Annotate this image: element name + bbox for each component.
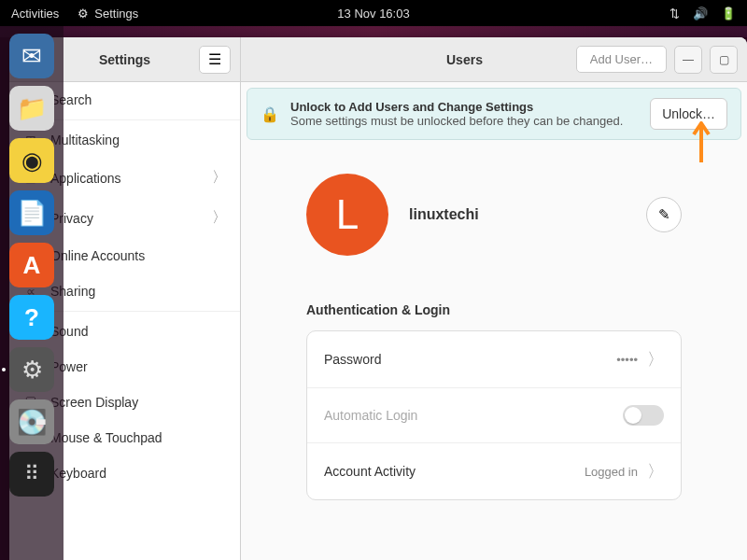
app-menu[interactable]: ⚙ Settings [78,7,138,21]
activity-value: Logged in [585,465,638,479]
top-menu-bar: Activities ⚙ Settings 13 Nov 16:03 ⇅ 🔊 🔋 [0,0,747,26]
sidebar-item-label: Online Accounts [50,248,145,263]
chevron-right-icon: 〉 [647,460,664,483]
activities-button[interactable]: Activities [11,7,59,21]
clock[interactable]: 13 Nov 16:03 [337,7,409,21]
account-activity-row[interactable]: Account Activity Logged in 〉 [307,443,681,499]
hamburger-menu-button[interactable]: ☰ [199,46,231,74]
dock-software[interactable]: A [9,243,54,287]
activity-label: Account Activity [324,464,585,479]
lock-icon: 🔒 [261,105,279,123]
avatar[interactable]: L [306,174,388,256]
chevron-right-icon: 〉 [212,168,227,188]
main-panel: 🔒 Unlock to Add Users and Change Setting… [241,82,747,560]
window-title-left: Settings [50,52,199,67]
automatic-login-row: Automatic Login [307,388,681,443]
infobar-subtitle: Some settings must be unlocked before th… [290,114,639,128]
dock-disks[interactable]: 💽 [9,399,54,444]
sidebar-item-label: Mouse & Touchpad [50,430,162,445]
auth-list: Password ••••• 〉 Automatic Login Account… [306,330,682,500]
dock-thunderbird[interactable]: ✉ [9,34,54,78]
dock: ✉ 📁 ◉ 📄 A ? ⚙ 💽 ⠿ [0,26,63,560]
gear-icon: ⚙ [78,7,89,21]
infobar-title: Unlock to Add Users and Change Settings [290,100,639,114]
window-title-right: Users [446,52,483,67]
dock-settings[interactable]: ⚙ [9,347,54,392]
network-icon[interactable]: ⇅ [669,7,680,21]
minimize-button[interactable]: — [674,46,702,74]
user-header: L linuxtechi ✎ [306,174,682,256]
battery-icon[interactable]: 🔋 [721,7,736,21]
dock-help[interactable]: ? [9,295,54,340]
app-menu-label: Settings [94,7,138,21]
auto-login-label: Automatic Login [324,408,623,423]
edit-user-button[interactable]: ✎ [646,197,682,232]
user-name: linuxtechi [409,206,479,223]
password-value: ••••• [616,353,638,367]
wallpaper-strip [0,26,747,37]
unlock-infobar: 🔒 Unlock to Add Users and Change Setting… [247,88,741,140]
auto-login-toggle [623,405,664,426]
dock-libreoffice[interactable]: 📄 [9,190,54,235]
pencil-icon: ✎ [658,206,670,223]
maximize-button[interactable]: ▢ [710,46,738,74]
add-user-button[interactable]: Add User… [576,46,667,73]
password-row[interactable]: Password ••••• 〉 [307,331,681,388]
password-label: Password [324,352,616,367]
dock-rhythmbox[interactable]: ◉ [9,138,54,183]
titlebar: Settings ☰ Users Add User… — ▢ [9,37,747,82]
chevron-right-icon: 〉 [647,348,664,371]
dock-files[interactable]: 📁 [9,86,54,131]
unlock-button[interactable]: Unlock… [650,98,727,130]
dock-show-apps[interactable]: ⠿ [9,452,54,497]
chevron-right-icon: 〉 [212,208,227,228]
sidebar-item-label: Screen Display [50,395,138,410]
volume-icon[interactable]: 🔊 [693,7,708,21]
settings-window: Settings ☰ Users Add User… — ▢ 🔍Search ⊞… [9,37,747,560]
auth-section-title: Authentication & Login [306,302,682,317]
